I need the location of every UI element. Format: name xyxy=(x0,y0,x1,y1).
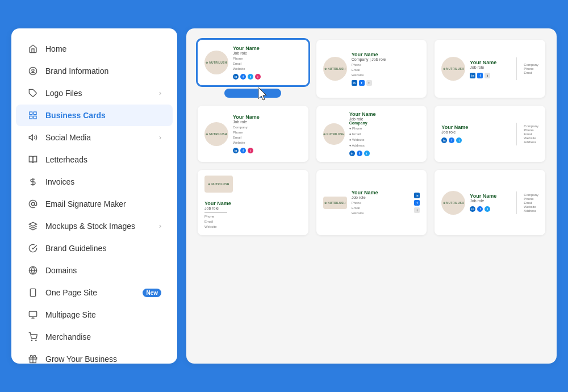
sidebar-item-business-cards[interactable]: Business Cards xyxy=(16,105,173,126)
business-card-1-1[interactable]: ⊕ NUTRILUSH Your Name Job role PhoneEmai… xyxy=(198,40,308,85)
sidebar-item-one-page-label: One Page Site xyxy=(45,288,97,297)
at-sign-icon xyxy=(27,198,39,210)
sidebar-item-home[interactable]: Home xyxy=(16,38,173,60)
business-card-1-3[interactable]: ⊕ NUTRILUSH Your Name Job role in f t Co… xyxy=(435,40,545,98)
svg-point-18 xyxy=(31,340,32,340)
business-card-2-1[interactable]: ⊕ NUTRILUSH Your Name Job role CompanyPh… xyxy=(198,106,308,162)
card-info-2-2: Your Name Job role Company ● Phone● Emai… xyxy=(349,111,420,156)
card-details-2-2: ● Phone● Email● Website● Address xyxy=(349,126,420,148)
new-badge: New xyxy=(143,289,161,297)
card-right-info-3-3: Company Phone Email Website Address xyxy=(524,193,538,212)
right-company-1-3: Company xyxy=(524,63,538,66)
select-button[interactable] xyxy=(224,89,281,98)
content-area: ⊕ NUTRILUSH Your Name Job role PhoneEmai… xyxy=(186,28,557,364)
card-name-1-3: Your Name xyxy=(470,60,509,65)
card-name-1-2: Your Name xyxy=(352,52,420,57)
card-logo-2-1: ⊕ NUTRILUSH xyxy=(204,122,228,146)
sidebar-item-brand-guidelines[interactable]: Brand Guidelines xyxy=(16,237,173,259)
linkedin-icon-2-3: in xyxy=(441,137,447,143)
chevron-right-icon-3: › xyxy=(159,222,161,230)
card-role-3-3: Job role xyxy=(470,199,509,203)
twitter-rect-1-2: t xyxy=(366,80,372,86)
twitter-rect-3-2: t xyxy=(414,207,420,213)
card-name-2-3: Your Name xyxy=(441,124,509,130)
business-card-1-2[interactable]: ⊕ NUTRILUSH Your Name Company | Job role… xyxy=(316,40,427,98)
card-name-3-3: Your Name xyxy=(470,193,509,199)
svg-marker-10 xyxy=(29,222,36,226)
svg-rect-3 xyxy=(30,112,32,115)
card-details-3-1: PhoneEmailWebsite xyxy=(204,214,231,230)
twitter-icon-3-3: t xyxy=(485,206,490,212)
card-logo-1-2: ⊕ NUTRILUSH xyxy=(323,57,347,81)
user-circle-icon xyxy=(27,65,39,77)
sidebar: Home Brand Information Logo Files › Busi… xyxy=(11,28,177,364)
logo-text-1-3: ⊕ NUTRILUSH xyxy=(443,67,465,70)
business-card-3-1[interactable]: ⊕ NUTRILUSH Your Name Job role PhoneEmai… xyxy=(198,170,308,235)
logo-text-3-2: ⊕ NUTRILUSH xyxy=(324,201,346,205)
card-role-2-3: Job role xyxy=(441,130,509,134)
card-divider-h-3-1 xyxy=(204,212,227,212)
card-info-1-2: Your Name Company | Job role PhoneEmailW… xyxy=(352,52,420,86)
globe-icon xyxy=(27,265,39,276)
sidebar-item-logo-label: Logo Files xyxy=(45,89,82,98)
sidebar-item-one-page-site[interactable]: One Page Site New xyxy=(16,282,173,303)
business-card-3-2[interactable]: ⊕ NUTRILUSH Your Name Job role PhoneEmai… xyxy=(316,170,427,235)
monitor-icon xyxy=(27,309,39,320)
right-address-3-3: Address xyxy=(524,209,538,212)
twitter-icon-2-3: t xyxy=(456,137,462,143)
card-details-1-1: PhoneEmailWebsite xyxy=(233,56,302,72)
twitter-rect-1-3: t xyxy=(485,73,490,78)
card-socials-2-3: in f t xyxy=(441,137,509,143)
right-website-3-3: Website xyxy=(524,205,538,208)
sidebar-item-business-cards-label: Business Cards xyxy=(45,111,106,120)
card-logo-1-1: ⊕ NUTRILUSH xyxy=(204,51,228,74)
card-socials-3-3: in f t xyxy=(470,206,509,212)
sidebar-item-domains-label: Domains xyxy=(45,266,77,275)
facebook-icon-2-3: f xyxy=(449,137,454,143)
linkedin-icon-2-1: in xyxy=(233,148,239,153)
card-name-3-2: Your Name xyxy=(352,190,410,195)
sidebar-item-multipage-label: Multipage Site xyxy=(45,310,96,319)
home-icon xyxy=(27,43,39,55)
sidebar-item-email-signature[interactable]: Email Signature Maker xyxy=(16,193,173,215)
sidebar-item-logo-files[interactable]: Logo Files › xyxy=(16,82,173,104)
card-role-2-2: Job role xyxy=(349,117,420,121)
linkedin-rect-3-2: in xyxy=(414,193,420,198)
card-logo-area-3-2: ⊕ NUTRILUSH xyxy=(323,197,347,209)
card-role-1-2: Company | Job role xyxy=(352,57,420,61)
svg-rect-6 xyxy=(34,116,36,119)
linkedin-icon-1-1: in xyxy=(233,74,239,80)
logo-text-3-3: ⊕ NUTRILUSH xyxy=(443,201,465,205)
svg-marker-7 xyxy=(29,135,32,140)
sidebar-item-domains[interactable]: Domains xyxy=(16,260,173,281)
right-email-3-3: Email xyxy=(524,201,538,205)
svg-rect-13 xyxy=(30,289,35,296)
twitter-icon-1-1: t xyxy=(248,74,253,80)
sidebar-item-multipage[interactable]: Multipage Site xyxy=(16,304,173,326)
sidebar-item-brand-information[interactable]: Brand Information xyxy=(16,60,173,82)
card-info-2-1: Your Name Job role CompanyPhoneEmailWebs… xyxy=(233,114,302,153)
card-socials-3-2: in f t xyxy=(414,193,420,213)
business-card-2-2[interactable]: ⊕ NUTRILUSH Your Name Job role Company ●… xyxy=(316,106,427,162)
logo-text-2-2: ⊕ NUTRILUSH xyxy=(323,132,345,136)
sidebar-item-social-media[interactable]: Social Media › xyxy=(16,127,173,148)
business-card-3-3[interactable]: ⊕ NUTRILUSH Your Name Job role in f t Co… xyxy=(435,170,545,235)
sidebar-item-grow-business[interactable]: Grow Your Business xyxy=(16,348,173,370)
facebook-icon-3-3: f xyxy=(477,206,483,212)
grid-icon xyxy=(27,110,39,121)
sidebar-item-invoices[interactable]: Invoices xyxy=(16,171,173,193)
business-card-2-3[interactable]: Your Name Job role in f t Company Phone … xyxy=(435,106,545,162)
scale-icon xyxy=(27,176,39,187)
sidebar-item-social-media-label: Social Media xyxy=(45,133,91,142)
svg-rect-5 xyxy=(30,116,32,119)
sidebar-item-merchandise-label: Merchandise xyxy=(45,332,91,341)
sidebar-item-merchandise[interactable]: Merchandise xyxy=(16,326,173,348)
sidebar-item-mockups[interactable]: Mockups & Stock Images › xyxy=(16,215,173,237)
layers-icon xyxy=(27,220,39,232)
sidebar-item-letterheads[interactable]: Letterheads xyxy=(16,149,173,170)
sidebar-item-home-label: Home xyxy=(45,44,66,53)
facebook-icon-1-1: f xyxy=(240,74,246,80)
card-name-2-2: Your Name xyxy=(349,111,420,117)
card-right-info-1-3: Company Phone Email xyxy=(524,63,538,74)
facebook-rect-1-2: f xyxy=(359,80,365,86)
